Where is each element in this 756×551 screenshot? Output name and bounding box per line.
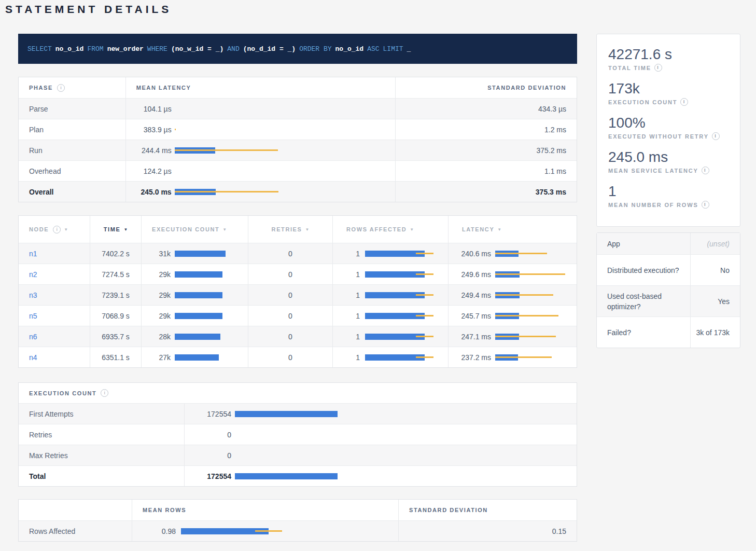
latency-value: 240.6 ms bbox=[449, 250, 491, 258]
time-column-header[interactable]: Time ▼ bbox=[90, 216, 142, 243]
table-row: Max Retries 0 bbox=[19, 445, 577, 465]
stat-value: 100% bbox=[608, 115, 740, 131]
count-bar bbox=[235, 473, 577, 479]
node-link[interactable]: n3 bbox=[29, 291, 37, 299]
stat-value: 1 bbox=[608, 184, 740, 199]
phase-column-header: Phase bbox=[29, 85, 53, 91]
execution-count-bar bbox=[175, 271, 248, 278]
node-info-icon[interactable]: i bbox=[53, 226, 61, 233]
execution-count-bar bbox=[175, 251, 248, 257]
latency-column-header[interactable]: Latency ▼ bbox=[449, 216, 577, 243]
sql-keyword: ASC bbox=[367, 45, 379, 53]
phase-label: Parse bbox=[19, 99, 126, 119]
rows-affected-bar bbox=[365, 271, 443, 278]
attribute-key: Distributed execution? bbox=[597, 255, 691, 285]
execution-count-bar bbox=[175, 354, 248, 361]
latency-bar bbox=[495, 354, 571, 361]
stat-value: 245.0 ms bbox=[608, 149, 740, 165]
latency-bar bbox=[175, 168, 395, 174]
executed-without-retry-info-icon[interactable]: i bbox=[712, 132, 720, 140]
execution-count-title: Execution Count bbox=[29, 390, 96, 396]
table-row: n6 6935.7 s 28k 0 1 247.1 ms bbox=[19, 326, 577, 347]
rows-affected-label: Rows Affected bbox=[19, 521, 132, 541]
exec-row-value: 172554 bbox=[185, 410, 231, 418]
exec-row-value: 0 bbox=[185, 451, 231, 460]
time-value: 7068.9 s bbox=[90, 306, 142, 326]
std-dev-value: 375.2 ms bbox=[396, 140, 577, 160]
table-row: Overhead 124.2 µs 1.1 ms bbox=[19, 160, 577, 181]
total-time-info-icon[interactable]: i bbox=[654, 64, 662, 72]
sort-arrow-icon: ▼ bbox=[410, 227, 414, 232]
latency-value: 237.2 ms bbox=[449, 353, 491, 362]
statement-details-page: STATEMENT DETAILS SELECTno_o_idFROMnew_o… bbox=[0, 0, 756, 551]
retries-value: 0 bbox=[248, 264, 333, 284]
std-dev-value: 1.2 ms bbox=[396, 119, 577, 140]
execution-count-info-icon[interactable]: i bbox=[680, 98, 688, 106]
latency-bar bbox=[495, 292, 571, 298]
latency-value: 249.6 ms bbox=[449, 270, 491, 279]
execution-count-bar bbox=[175, 313, 248, 319]
attribute-row: App (unset) bbox=[597, 233, 740, 254]
rows-affected-column-header[interactable]: Rows Affected ▼ bbox=[333, 216, 449, 243]
phase-info-icon[interactable]: i bbox=[57, 84, 65, 92]
phase-label: Overall bbox=[19, 182, 126, 202]
exec-row-label: Retries bbox=[19, 424, 185, 445]
execution-count-value: 29k bbox=[142, 312, 171, 320]
rows-affected-bar bbox=[365, 354, 443, 361]
retries-value: 0 bbox=[248, 326, 333, 347]
retries-column-header[interactable]: Retries ▼ bbox=[248, 216, 333, 243]
sql-statement-box: SELECTno_o_idFROMnew_orderWHERE(no_w_id … bbox=[18, 34, 577, 64]
node-link[interactable]: n6 bbox=[29, 333, 37, 341]
attribute-value: 3k of 173k bbox=[691, 317, 740, 348]
latency-bar bbox=[175, 189, 395, 195]
retries-value: 0 bbox=[248, 347, 333, 367]
time-value: 6351.1 s bbox=[90, 347, 142, 367]
sql-keyword: AND bbox=[227, 45, 239, 53]
node-link[interactable]: n4 bbox=[29, 353, 37, 362]
rows-affected-bar bbox=[365, 313, 443, 319]
attribute-key: App bbox=[597, 233, 691, 254]
phase-latency-table: Phase i Mean Latency Standard Deviation … bbox=[18, 77, 577, 202]
sql-keyword: LIMIT bbox=[383, 45, 403, 53]
rows-affected-bar bbox=[365, 292, 443, 298]
retries-value: 0 bbox=[248, 243, 333, 264]
table-row: n3 7239.1 s 29k 0 1 249.4 ms bbox=[19, 284, 577, 305]
attribute-row: Used cost-based optimizer? Yes bbox=[597, 285, 740, 316]
page-title: STATEMENT DETAILS bbox=[5, 3, 172, 16]
node-link[interactable]: n1 bbox=[29, 250, 37, 258]
exec-row-label: Max Retries bbox=[19, 445, 185, 465]
node-column-header[interactable]: Node i ▼ bbox=[19, 216, 90, 243]
node-link[interactable]: n5 bbox=[29, 312, 37, 320]
latency-bar bbox=[495, 313, 571, 319]
sql-identifier: _ bbox=[407, 45, 411, 53]
table-row: Rows Affected 0.98 0.15 bbox=[19, 520, 577, 541]
stat-total-time: 42271.6 s Total Timei bbox=[608, 47, 740, 72]
sort-arrow-icon: ▼ bbox=[64, 227, 68, 232]
mean-number-of-rows-info-icon[interactable]: i bbox=[702, 201, 709, 209]
mean-rows-bar bbox=[181, 528, 398, 534]
phase-label: Overhead bbox=[19, 161, 126, 181]
sql-identifier: (no_d_id = _) bbox=[243, 45, 296, 53]
latency-value: 249.4 ms bbox=[449, 291, 491, 299]
execution-count-column-header[interactable]: Execution Count ▼ bbox=[142, 216, 248, 243]
mean-latency-value: 245.0 ms bbox=[126, 188, 172, 196]
rows-affected-table: Mean Rows Standard Deviation Rows Affect… bbox=[18, 499, 577, 542]
latency-bar bbox=[175, 127, 395, 133]
mean-latency-value: 383.9 µs bbox=[126, 126, 172, 134]
node-link[interactable]: n2 bbox=[29, 270, 37, 279]
time-value: 7402.2 s bbox=[90, 243, 142, 264]
table-row: Run 244.4 ms 375.2 ms bbox=[19, 140, 577, 160]
retries-value: 0 bbox=[248, 285, 333, 305]
mean-service-latency-info-icon[interactable]: i bbox=[702, 167, 709, 174]
table-row: Overall 245.0 ms 375.3 ms bbox=[19, 181, 577, 202]
statement-attributes-card: App (unset) Distributed execution? No Us… bbox=[596, 232, 740, 348]
execution-count-value: 31k bbox=[142, 250, 171, 258]
exec-row-value: 172554 bbox=[185, 472, 231, 480]
rows-affected-table-header: Mean Rows Standard Deviation bbox=[19, 500, 577, 520]
execution-count-info-icon[interactable]: i bbox=[101, 389, 108, 397]
retries-value: 0 bbox=[248, 306, 333, 326]
execution-count-value: 29k bbox=[142, 270, 171, 279]
sql-keyword: WHERE bbox=[147, 45, 167, 53]
stat-label: Executed without Retry bbox=[608, 133, 709, 140]
exec-row-value: 0 bbox=[185, 431, 231, 439]
